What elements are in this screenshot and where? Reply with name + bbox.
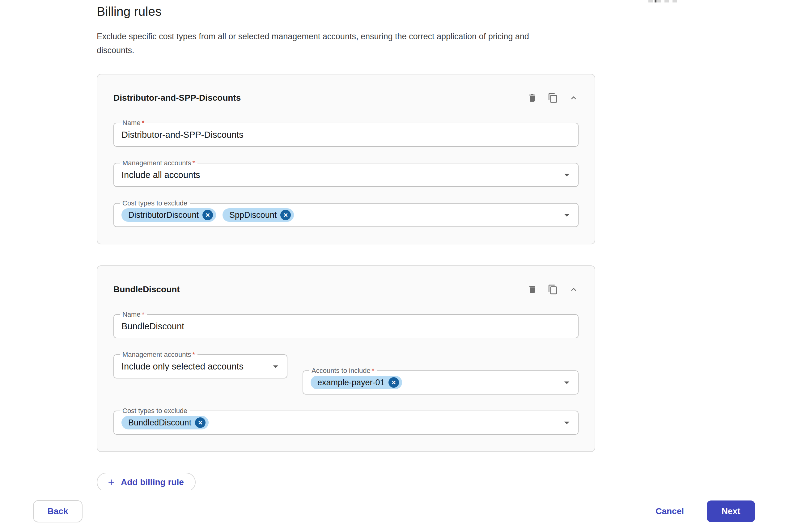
back-button[interactable]: Back (33, 500, 82, 523)
chip-label: SppDiscount (229, 210, 277, 220)
card-header: BundleDiscount (113, 283, 579, 296)
plus-icon (107, 478, 116, 487)
chip-spp-discount[interactable]: SppDiscount ✕ (223, 208, 294, 222)
required-asterisk: * (142, 119, 145, 127)
chip-label: BundledDiscount (128, 418, 191, 428)
cost-types-label: Cost types to exclude (120, 406, 190, 415)
accounts-to-include-select[interactable]: Accounts to include* example-payer-01 ✕ (303, 370, 579, 395)
name-field[interactable]: Name* BundleDiscount (113, 314, 579, 338)
page-description: Exclude specific cost types from all or … (97, 30, 565, 57)
management-accounts-label: Management accounts* (120, 159, 198, 167)
trash-icon (527, 284, 537, 295)
required-asterisk: * (142, 311, 145, 318)
name-field[interactable]: Name* Distributor-and-SPP-Discounts (113, 123, 579, 147)
rule-title: BundleDiscount (113, 283, 180, 296)
page-title: Billing rules (97, 2, 595, 20)
card-actions (527, 284, 579, 295)
management-accounts-value: Include only selected accounts (122, 362, 244, 372)
dropdown-arrow-icon[interactable] (561, 209, 573, 221)
chip-example-payer[interactable]: example-payer-01 ✕ (311, 376, 402, 389)
billing-rules-page: Billing rules Exclude specific cost type… (0, 0, 785, 532)
cost-types-select[interactable]: Cost types to exclude BundledDiscount ✕ (113, 410, 579, 435)
trash-icon (527, 93, 537, 103)
chip-label: DistributorDiscount (128, 210, 199, 220)
copy-icon (548, 284, 558, 295)
required-asterisk: * (193, 351, 195, 358)
cost-types-label: Cost types to exclude (120, 199, 190, 208)
dropdown-arrow-icon[interactable] (561, 417, 573, 429)
footer-action-bar: Back Cancel Next (0, 490, 785, 532)
cancel-button[interactable]: Cancel (656, 506, 684, 516)
required-asterisk: * (193, 159, 195, 167)
chip-row: DistributorDiscount ✕ SppDiscount ✕ (122, 208, 294, 222)
name-field-label: Name* (120, 310, 147, 319)
dropdown-arrow-icon[interactable] (561, 169, 573, 181)
required-asterisk: * (372, 367, 375, 374)
add-billing-rule-button[interactable]: Add billing rule (97, 473, 196, 492)
name-field-label: Name* (120, 118, 147, 127)
accounts-row: Management accounts* Include only select… (113, 354, 579, 395)
accounts-to-include-label: Accounts to include* (309, 366, 377, 375)
card-actions (527, 92, 579, 104)
duplicate-rule-button[interactable] (548, 92, 558, 104)
collapse-rule-button[interactable] (569, 285, 579, 294)
next-button[interactable]: Next (707, 501, 755, 522)
rule-title: Distributor-and-SPP-Discounts (113, 92, 241, 104)
clipped-top-element (649, 0, 679, 2)
card-header: Distributor-and-SPP-Discounts (113, 92, 579, 104)
dropdown-arrow-icon[interactable] (561, 376, 573, 389)
main-content: Billing rules Exclude specific cost type… (97, 0, 595, 492)
chevron-up-icon (569, 93, 579, 103)
chip-remove-icon[interactable]: ✕ (202, 210, 213, 220)
name-field-value: BundleDiscount (122, 321, 184, 331)
name-field-value: Distributor-and-SPP-Discounts (122, 130, 244, 140)
chip-remove-icon[interactable]: ✕ (195, 417, 205, 428)
collapse-rule-button[interactable] (569, 93, 579, 103)
management-accounts-select[interactable]: Management accounts* Include only select… (113, 354, 287, 378)
management-accounts-value: Include all accounts (122, 170, 200, 180)
dropdown-arrow-icon[interactable] (270, 360, 282, 373)
copy-icon (548, 92, 558, 104)
billing-rule-card-bundle: BundleDiscount (97, 265, 595, 452)
chip-row: BundledDiscount ✕ (122, 416, 209, 429)
chip-row: example-payer-01 ✕ (311, 376, 402, 389)
delete-rule-button[interactable] (527, 284, 537, 295)
management-accounts-select[interactable]: Management accounts* Include all account… (113, 163, 579, 187)
duplicate-rule-button[interactable] (548, 284, 558, 295)
chip-bundled-discount[interactable]: BundledDiscount ✕ (122, 416, 209, 429)
chevron-up-icon (569, 285, 579, 294)
management-accounts-label: Management accounts* (120, 350, 198, 359)
chip-remove-icon[interactable]: ✕ (388, 377, 399, 388)
billing-rule-card-distributor: Distributor-and-SPP-Discounts (97, 74, 595, 244)
add-billing-rule-label: Add billing rule (121, 477, 184, 487)
delete-rule-button[interactable] (527, 93, 537, 103)
chip-distributor-discount[interactable]: DistributorDiscount ✕ (122, 208, 216, 222)
chip-label: example-payer-01 (318, 378, 385, 388)
cost-types-select[interactable]: Cost types to exclude DistributorDiscoun… (113, 203, 579, 227)
chip-remove-icon[interactable]: ✕ (280, 210, 291, 220)
